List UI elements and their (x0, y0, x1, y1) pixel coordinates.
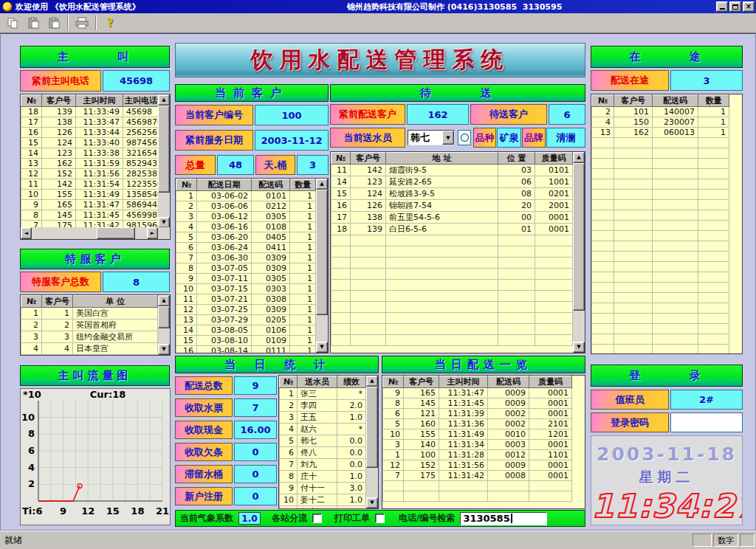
column-header[interactable]: № (331, 153, 351, 165)
table-row[interactable]: 916511:31:4700090001 (383, 388, 585, 398)
table-row[interactable]: 803-07-0503091 (176, 263, 316, 274)
column-header[interactable]: 主叫电话 (123, 95, 159, 107)
table-row[interactable]: 717511:31:4200080001 (383, 471, 585, 481)
scrollbar-thumb[interactable] (158, 306, 170, 328)
table-row[interactable] (592, 169, 742, 179)
scrollbar-thumb[interactable] (366, 387, 378, 468)
table-row[interactable]: 131620600131 (592, 128, 742, 138)
table-row[interactable]: 1203-07-2503091 (176, 305, 316, 315)
table-row[interactable]: 1张三* (280, 388, 366, 400)
table-row[interactable] (592, 241, 742, 252)
special-vertical-scrollbar[interactable]: ▲ ▼ (158, 295, 170, 355)
table-row[interactable]: 11142烟霞街9-5030101 (331, 165, 573, 176)
table-row[interactable]: 1813911:33:4945698 (21, 107, 159, 117)
scroll-up-button[interactable]: ▲ (316, 179, 328, 190)
scroll-down-button[interactable]: ▼ (366, 497, 378, 508)
table-row[interactable] (331, 235, 573, 246)
scroll-down-button[interactable]: ▼ (316, 342, 328, 353)
table-row[interactable]: 1215211:31:5600090001 (383, 460, 585, 471)
table-row[interactable] (331, 258, 573, 269)
paste-button[interactable] (24, 15, 43, 32)
table-row[interactable]: 1403-08-0501061 (176, 325, 316, 336)
column-header[interactable]: 单 位 (73, 296, 158, 308)
chevron-down-icon[interactable]: ▼ (442, 131, 454, 145)
column-header[interactable]: № (592, 95, 614, 107)
table-row[interactable]: 55印度议会大厦 (21, 355, 158, 356)
table-row[interactable] (592, 200, 742, 210)
table-row[interactable]: 903-07-1103051 (176, 274, 316, 284)
performance-vertical-scrollbar[interactable]: ▲ ▼ (366, 376, 378, 508)
scrollbar-thumb[interactable] (158, 106, 170, 193)
worker-dropdown[interactable]: 韩七 ▼ (408, 130, 455, 145)
table-row[interactable]: 6佟八0.0 (280, 447, 366, 459)
table-row[interactable] (331, 280, 573, 291)
table-row[interactable] (592, 314, 742, 324)
table-row[interactable] (592, 231, 742, 241)
column-header[interactable]: 送水员 (298, 376, 337, 388)
table-row[interactable]: 3王五1.0 (280, 412, 366, 424)
pending-vertical-scrollbar[interactable]: ▲ ▼ (573, 152, 585, 353)
scrollbar-thumb[interactable] (573, 163, 585, 311)
caller-vertical-scrollbar[interactable]: ▲ ▼ (158, 94, 170, 228)
restore-button[interactable] (729, 1, 741, 12)
scroll-left-button[interactable]: ◄ (21, 227, 32, 239)
table-row[interactable]: 16126锦朝路7-54202001 (331, 200, 573, 212)
column-header[interactable]: 客户号 (614, 95, 653, 107)
table-row[interactable]: 8庄十1.0 (280, 471, 366, 483)
table-row[interactable]: 44日本皇宫 (21, 343, 158, 355)
table-row[interactable]: 103-06-0201011 (176, 191, 316, 201)
table-row[interactable]: 15124松坡路3-9-5080201 (331, 188, 573, 200)
table-row[interactable]: 403-06-1601081 (176, 222, 316, 232)
table-row[interactable]: 10姜十二1.0 (280, 494, 366, 506)
column-header[interactable]: 绩效 (337, 376, 366, 388)
table-row[interactable]: 1103-07-2103081 (176, 294, 316, 305)
table-row[interactable]: 1603-08-1401111 (176, 346, 316, 353)
column-header[interactable]: 质量码 (535, 153, 573, 165)
scroll-up-button[interactable]: ▲ (158, 94, 170, 106)
table-row[interactable]: 1003-07-1503031 (176, 284, 316, 294)
column-header[interactable]: № (21, 296, 42, 308)
table-row[interactable]: 703-06-3003091 (176, 253, 316, 263)
column-header[interactable]: 数量 (698, 95, 729, 107)
table-row[interactable] (592, 159, 742, 169)
table-row[interactable]: 516011:31:3600022101 (383, 419, 585, 429)
table-row[interactable]: 33纽约金融交易所 (21, 331, 158, 343)
column-header[interactable]: 配送日期 (197, 179, 252, 191)
column-header[interactable]: № (383, 376, 404, 388)
table-row[interactable] (592, 221, 742, 231)
column-header[interactable]: 质量码 (529, 376, 572, 388)
column-header[interactable]: 位 置 (498, 153, 535, 165)
dial-circle-button[interactable] (458, 130, 471, 145)
table-row[interactable]: 1503-08-1001091 (176, 336, 316, 346)
table-row[interactable]: 612111:31:3900020001 (383, 409, 585, 419)
table-row[interactable] (592, 148, 742, 159)
column-header[interactable]: 配送码 (653, 95, 698, 107)
column-header[interactable]: 客户号 (42, 296, 73, 308)
table-row[interactable]: 7刘九0.0 (280, 459, 366, 471)
weather-coefficient-input[interactable]: 1.0 (238, 512, 261, 525)
table-row[interactable]: 303-06-1203051 (176, 212, 316, 222)
column-header[interactable]: 配送码 (252, 179, 290, 191)
table-row[interactable]: 9付十一3.0 (280, 483, 366, 494)
table-row[interactable] (592, 293, 742, 303)
table-row[interactable]: 41502300071 (592, 117, 742, 128)
table-row[interactable] (592, 334, 742, 345)
table-row[interactable] (383, 481, 585, 491)
table-row[interactable]: 1713811:33:474569876 (21, 117, 159, 128)
table-row[interactable] (592, 252, 742, 262)
table-row[interactable]: 814511:31:4500090001 (383, 398, 585, 409)
column-header[interactable]: 客户号 (42, 95, 76, 107)
table-row[interactable] (592, 324, 742, 334)
scroll-up-button[interactable]: ▲ (158, 295, 170, 306)
column-header[interactable]: 客户号 (404, 376, 439, 388)
column-header[interactable]: 主叫时间 (439, 376, 488, 388)
table-row[interactable]: 5韩七0.0 (280, 435, 366, 447)
column-header[interactable]: № (280, 376, 298, 388)
table-row[interactable] (592, 345, 742, 354)
close-button[interactable]: × (743, 1, 755, 12)
copy-button[interactable] (3, 15, 22, 32)
minimize-button[interactable] (716, 1, 728, 12)
table-row[interactable] (331, 324, 573, 335)
table-row[interactable]: 1316211:31:598529431 (21, 159, 159, 169)
scrollbar-thumb[interactable] (316, 190, 328, 315)
